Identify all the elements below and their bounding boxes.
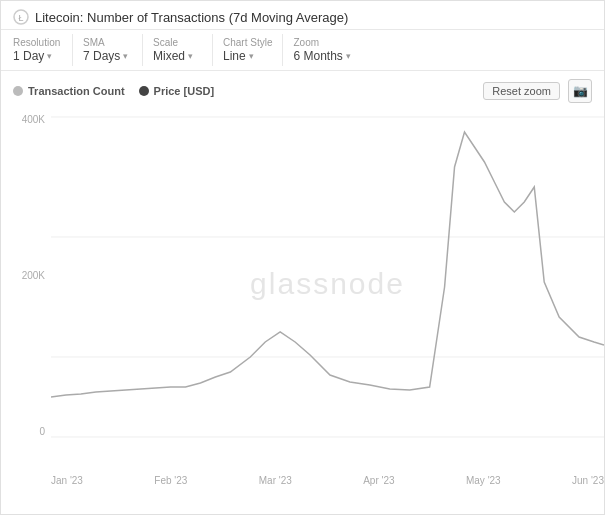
chart-style-select[interactable]: Line ▾ (223, 49, 254, 63)
chart-style-control[interactable]: Chart Style Line ▾ (223, 34, 283, 66)
x-label-jun: Jun '23 (572, 475, 604, 486)
svg-text:Ł: Ł (18, 13, 23, 23)
zoom-label: Zoom (293, 37, 319, 48)
chart-plot: glassnode Jan '23 Feb '23 Mar '23 Apr '2… (51, 107, 604, 467)
y-label-400k: 400K (1, 115, 51, 125)
sma-control[interactable]: SMA 7 Days ▾ (83, 34, 143, 66)
camera-icon: 📷 (573, 84, 588, 98)
scale-control[interactable]: Scale Mixed ▾ (153, 34, 213, 66)
x-axis: Jan '23 Feb '23 Mar '23 Apr '23 May '23 … (51, 471, 604, 486)
x-label-feb: Feb '23 (154, 475, 187, 486)
legend-price-label: Price [USD] (154, 85, 215, 97)
resolution-control[interactable]: Resolution 1 Day ▾ (13, 34, 73, 66)
resolution-value: 1 Day (13, 49, 44, 63)
scale-label: Scale (153, 37, 178, 48)
legend-actions: Reset zoom 📷 (483, 79, 592, 103)
resolution-label: Resolution (13, 37, 60, 48)
zoom-chevron: ▾ (346, 51, 351, 61)
price-dot (139, 86, 149, 96)
scale-chevron: ▾ (188, 51, 193, 61)
y-label-200k: 200K (1, 271, 51, 281)
x-label-jan: Jan '23 (51, 475, 83, 486)
y-label-0: 0 (1, 427, 51, 437)
chart-style-value: Line (223, 49, 246, 63)
x-label-may: May '23 (466, 475, 501, 486)
chart-svg (51, 107, 604, 467)
sma-value: 7 Days (83, 49, 120, 63)
sma-select[interactable]: 7 Days ▾ (83, 49, 128, 63)
zoom-control[interactable]: Zoom 6 Months ▾ (293, 34, 360, 66)
x-label-mar: Mar '23 (259, 475, 292, 486)
chart-style-label: Chart Style (223, 37, 272, 48)
legend-row: Transaction Count Price [USD] Reset zoom… (1, 79, 604, 103)
reset-zoom-button[interactable]: Reset zoom (483, 82, 560, 100)
sma-chevron: ▾ (123, 51, 128, 61)
scale-value: Mixed (153, 49, 185, 63)
page-title: Litecoin: Number of Transactions (7d Mov… (35, 10, 348, 25)
x-label-apr: Apr '23 (363, 475, 394, 486)
legend-transaction-count: Transaction Count (13, 85, 125, 97)
zoom-value: 6 Months (293, 49, 342, 63)
legend-items: Transaction Count Price [USD] (13, 85, 214, 97)
sma-label: SMA (83, 37, 105, 48)
screenshot-button[interactable]: 📷 (568, 79, 592, 103)
zoom-select[interactable]: 6 Months ▾ (293, 49, 350, 63)
chart-area: Transaction Count Price [USD] Reset zoom… (1, 71, 604, 514)
legend-transaction-label: Transaction Count (28, 85, 125, 97)
chart-style-chevron: ▾ (249, 51, 254, 61)
main-container: Ł Litecoin: Number of Transactions (7d M… (0, 0, 605, 515)
controls-bar: Resolution 1 Day ▾ SMA 7 Days ▾ Scale Mi… (1, 30, 604, 71)
y-axis: 400K 200K 0 (1, 107, 51, 467)
litecoin-icon: Ł (13, 9, 29, 25)
resolution-select[interactable]: 1 Day ▾ (13, 49, 52, 63)
resolution-chevron: ▾ (47, 51, 52, 61)
legend-price: Price [USD] (139, 85, 215, 97)
scale-select[interactable]: Mixed ▾ (153, 49, 193, 63)
transaction-dot (13, 86, 23, 96)
title-bar: Ł Litecoin: Number of Transactions (7d M… (1, 1, 604, 30)
